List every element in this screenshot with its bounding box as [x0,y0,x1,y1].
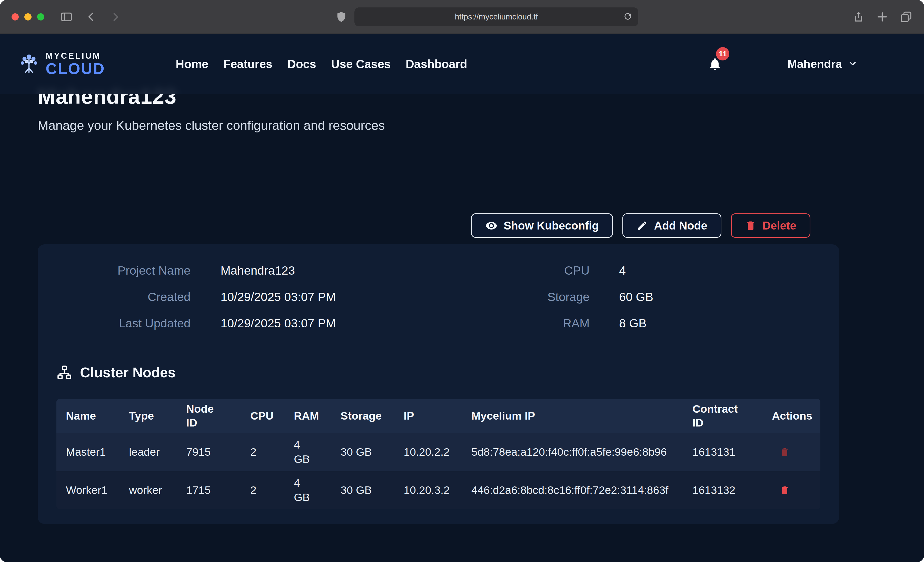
info-row-cpu: CPU 4 [448,257,653,284]
node-contract-id: 1613132 [692,483,772,498]
node-mycelium-ip: 5d8:78ea:a120:f40c:ff0f:a5fe:99e6:8b96 [471,445,692,459]
notifications-button[interactable]: 11 [707,55,723,73]
cluster-info-left: Project Name Mahendra123 Created 10/29/2… [56,257,336,336]
node-id: 1715 [186,483,250,498]
back-button-icon[interactable] [86,11,98,23]
show-kubeconfig-label: Show Kubeconfig [504,219,599,232]
user-menu[interactable]: Mahendra [787,57,858,71]
cluster-details-card: Project Name Mahendra123 Created 10/29/2… [38,244,839,524]
ram-label: RAM [448,316,590,330]
nodes-hierarchy-icon [56,365,72,380]
last-updated-label: Last Updated [56,316,190,330]
delete-cluster-button[interactable]: Delete [731,214,810,238]
address-bar[interactable]: https://myceliumcloud.tf [354,7,638,26]
delete-label: Delete [762,219,796,232]
info-row-last-updated: Last Updated 10/29/2025 03:07 PM [56,310,336,336]
node-type: worker [129,483,186,498]
notification-count-badge: 11 [716,47,729,60]
nav-link-use-cases[interactable]: Use Cases [331,57,391,71]
brand-logo[interactable]: MYCELIUM CLOUD [18,51,105,76]
trash-icon [780,485,790,495]
info-row-storage: Storage 60 GB [448,284,653,310]
trash-icon [780,447,790,457]
col-header-mycelium-ip: Mycelium IP [471,409,692,423]
table-row: Worker1 worker 1715 2 4 GB 30 GB 10.20.3… [56,471,820,509]
created-label: Created [56,290,190,304]
forward-button-icon[interactable] [109,11,121,23]
cluster-info-right: CPU 4 Storage 60 GB RAM 8 GB [448,257,653,336]
storage-label: Storage [448,290,590,304]
col-header-name: Name [66,409,129,423]
info-row-created: Created 10/29/2025 03:07 PM [56,284,336,310]
col-header-ip: IP [404,409,471,423]
traffic-lights [12,13,44,21]
col-header-actions: Actions [772,409,820,423]
node-name: Worker1 [66,483,129,498]
privacy-shield-icon[interactable] [336,11,347,23]
node-actions [772,485,820,495]
col-header-ram: RAM [294,409,340,423]
add-node-button[interactable]: Add Node [622,214,722,238]
cluster-nodes-heading: Cluster Nodes [80,364,176,381]
nav-link-features[interactable]: Features [224,57,273,71]
reload-icon[interactable] [623,12,633,22]
node-ram: 4 GB [294,476,340,505]
delete-node-button[interactable] [780,447,790,457]
top-navbar: MYCELIUM CLOUD Home Features Docs Use Ca… [0,34,924,94]
cpu-value: 4 [619,263,626,277]
node-storage: 30 GB [340,483,404,498]
logo-line1: MYCELIUM [46,51,105,60]
nav-link-dashboard[interactable]: Dashboard [406,57,467,71]
col-header-type: Type [129,409,186,423]
trash-icon [745,220,756,231]
node-cpu: 2 [250,483,294,498]
show-kubeconfig-button[interactable]: Show Kubeconfig [471,214,613,238]
info-row-ram: RAM 8 GB [448,310,653,336]
col-header-storage: Storage [340,409,404,423]
pencil-icon [636,220,648,231]
nodes-table: Name Type Node ID CPU RAM Storage IP Myc… [56,399,820,509]
node-ram: 4 GB [294,438,340,466]
col-header-cpu: CPU [250,409,294,423]
node-name: Master1 [66,445,129,459]
browser-chrome: https://myceliumcloud.tf [0,0,924,34]
mycelium-logo-icon [18,53,40,75]
created-value: 10/29/2025 03:07 PM [220,290,336,304]
user-name: Mahendra [787,57,842,71]
maximize-window-button[interactable] [37,13,44,21]
node-type: leader [129,445,186,459]
toolbar: Show Kubeconfig Add Node Delete [38,214,810,238]
nav-link-home[interactable]: Home [176,57,208,71]
logo-line2: CLOUD [46,61,105,76]
sidebar-toggle-icon[interactable] [60,10,73,24]
col-header-contract-id: Contract ID [692,402,772,430]
nav-links: Home Features Docs Use Cases Dashboard [176,57,467,71]
minimize-window-button[interactable] [24,13,32,21]
node-cpu: 2 [250,445,294,459]
storage-value: 60 GB [619,290,653,304]
node-ip: 10.20.2.2 [404,445,471,459]
share-icon[interactable] [852,11,865,23]
cluster-nodes-header: Cluster Nodes [56,364,176,381]
table-row: Master1 leader 7915 2 4 GB 30 GB 10.20.2… [56,433,820,471]
url-text[interactable]: https://myceliumcloud.tf [455,12,538,21]
node-mycelium-ip: 446:d2a6:8bcd:8c16:ff0f:72e2:3114:863f [471,483,692,498]
page-content: Mahendra123 [0,34,924,562]
ram-value: 8 GB [619,316,646,330]
node-id: 7915 [186,445,250,459]
node-storage: 30 GB [340,445,404,459]
delete-node-button[interactable] [780,485,790,495]
project-name-label: Project Name [56,263,190,277]
last-updated-value: 10/29/2025 03:07 PM [220,316,336,330]
eye-icon [485,220,498,232]
node-actions [772,447,820,457]
new-tab-icon[interactable] [876,11,888,23]
nav-link-docs[interactable]: Docs [287,57,316,71]
close-window-button[interactable] [12,13,19,21]
project-name-value: Mahendra123 [220,263,295,277]
browser-window: https://myceliumcloud.tf Mahendra123 [0,0,924,562]
chevron-down-icon [848,58,858,70]
nodes-table-header: Name Type Node ID CPU RAM Storage IP Myc… [56,399,820,433]
page-subtitle: Manage your Kubernetes cluster configura… [38,118,385,133]
tab-overview-icon[interactable] [900,10,912,23]
